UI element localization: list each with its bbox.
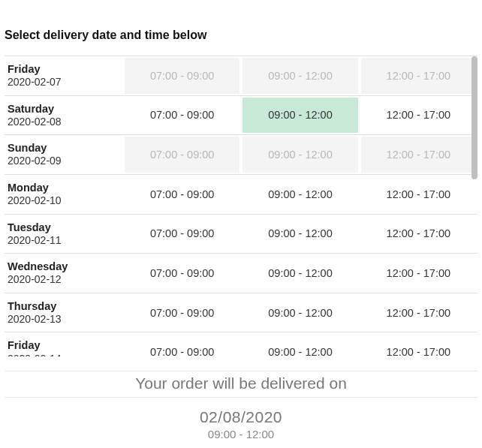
day-date: 2020-02-10 <box>8 194 120 208</box>
day-cell: Saturday2020-02-08 <box>5 96 123 135</box>
day-name: Friday <box>8 62 120 76</box>
day-date: 2020-02-12 <box>8 273 120 287</box>
day-date: 2020-02-07 <box>8 76 120 89</box>
day-cell: Friday2020-02-07 <box>5 56 123 95</box>
day-cell: Tuesday2020-02-11 <box>5 215 123 254</box>
day-name: Thursday <box>8 299 120 313</box>
time-slot: 12:00 - 17:00 <box>361 58 476 94</box>
summary-time: 09:00 - 12:00 <box>5 426 477 440</box>
day-date: 2020-02-14 <box>8 353 120 357</box>
time-slot: 09:00 - 12:00 <box>243 137 357 173</box>
time-slot: 12:00 - 17:00 <box>361 137 476 173</box>
time-slot[interactable]: 07:00 - 09:00 <box>125 334 239 356</box>
page-title: Select delivery date and time below <box>0 0 482 56</box>
time-slot: 07:00 - 09:00 <box>125 137 239 173</box>
schedule-row: Thursday2020-02-1307:00 - 09:0009:00 - 1… <box>5 293 477 333</box>
schedule-row: Sunday2020-02-0907:00 - 09:0009:00 - 12:… <box>5 135 477 175</box>
day-name: Wednesday <box>8 260 120 273</box>
day-name: Monday <box>8 181 120 194</box>
time-slot[interactable]: 09:00 - 12:00 <box>243 255 357 291</box>
day-name: Saturday <box>8 102 120 116</box>
time-slot[interactable]: 09:00 - 12:00 <box>243 98 357 134</box>
time-slot[interactable]: 12:00 - 17:00 <box>361 98 476 134</box>
time-slot[interactable]: 09:00 - 12:00 <box>243 176 357 212</box>
schedule-row: Friday2020-02-0707:00 - 09:0009:00 - 12:… <box>5 56 477 96</box>
summary-heading: Your order will be delivered on <box>5 373 477 398</box>
time-slot[interactable]: 07:00 - 09:00 <box>125 295 239 331</box>
time-slot[interactable]: 07:00 - 09:00 <box>125 216 239 252</box>
day-cell: Friday2020-02-14 <box>5 332 123 356</box>
time-slot: 09:00 - 12:00 <box>243 58 357 94</box>
day-date: 2020-02-11 <box>8 234 120 248</box>
day-name: Friday <box>8 338 120 352</box>
time-slot[interactable]: 12:00 - 17:00 <box>361 334 476 356</box>
schedule-row: Friday2020-02-1407:00 - 09:0009:00 - 12:… <box>5 332 477 356</box>
time-slot: 07:00 - 09:00 <box>125 58 239 94</box>
time-slot[interactable]: 09:00 - 12:00 <box>243 334 357 356</box>
schedule-row: Wednesday2020-02-1207:00 - 09:0009:00 - … <box>5 254 477 293</box>
time-slot[interactable]: 12:00 - 17:00 <box>361 295 476 331</box>
time-slot[interactable]: 12:00 - 17:00 <box>361 176 476 212</box>
time-slot[interactable]: 07:00 - 09:00 <box>125 98 239 134</box>
time-slot[interactable]: 07:00 - 09:00 <box>125 255 239 291</box>
time-slot[interactable]: 12:00 - 17:00 <box>361 255 476 291</box>
day-date: 2020-02-13 <box>8 313 120 326</box>
scrollbar-thumb[interactable] <box>471 56 477 179</box>
day-date: 2020-02-08 <box>8 116 120 129</box>
time-slot[interactable]: 09:00 - 12:00 <box>243 295 357 331</box>
time-slot[interactable]: 12:00 - 17:00 <box>361 216 476 252</box>
delivery-schedule-table: Friday2020-02-0707:00 - 09:0009:00 - 12:… <box>5 56 477 356</box>
day-cell: Thursday2020-02-13 <box>5 293 123 332</box>
time-slot[interactable]: 09:00 - 12:00 <box>243 216 357 252</box>
schedule-scroll-area: Friday2020-02-0707:00 - 09:0009:00 - 12:… <box>5 56 477 356</box>
day-cell: Monday2020-02-10 <box>5 175 123 214</box>
day-cell: Wednesday2020-02-12 <box>5 254 123 293</box>
day-name: Sunday <box>8 141 120 155</box>
day-date: 2020-02-09 <box>8 155 120 168</box>
time-slot[interactable]: 07:00 - 09:00 <box>125 176 239 212</box>
day-cell: Sunday2020-02-09 <box>5 135 123 174</box>
schedule-row: Monday2020-02-1007:00 - 09:0009:00 - 12:… <box>5 175 477 215</box>
schedule-row: Tuesday2020-02-1107:00 - 09:0009:00 - 12… <box>5 215 477 254</box>
day-name: Tuesday <box>8 221 120 234</box>
delivery-summary: Your order will be delivered on 02/08/20… <box>5 371 477 440</box>
summary-date: 02/08/2020 <box>5 398 477 426</box>
schedule-row: Saturday2020-02-0807:00 - 09:0009:00 - 1… <box>5 96 477 136</box>
